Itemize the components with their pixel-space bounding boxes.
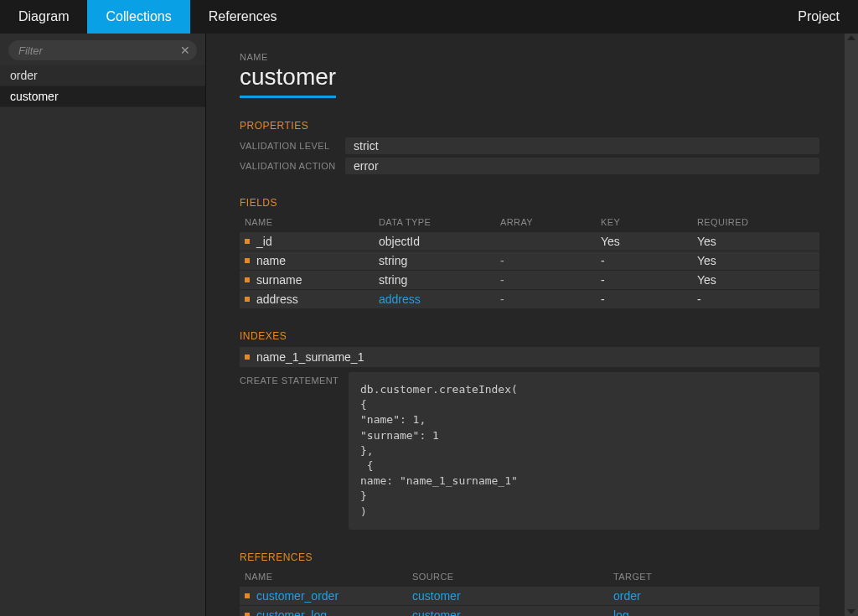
sidebar-list: ordercustomer bbox=[0, 65, 205, 107]
collection-title: customer bbox=[240, 64, 336, 98]
properties-list: VALIDATION LEVELstrictVALIDATION ACTIONe… bbox=[240, 137, 819, 175]
tab-diagram[interactable]: Diagram bbox=[0, 0, 87, 34]
property-label: VALIDATION ACTION bbox=[240, 161, 345, 171]
scrollbar[interactable] bbox=[845, 34, 858, 616]
property-value: strict bbox=[345, 137, 819, 154]
filter-field[interactable]: ✕ bbox=[8, 40, 197, 60]
property-label: VALIDATION LEVEL bbox=[240, 141, 345, 151]
field-datatype[interactable]: address bbox=[379, 292, 500, 306]
reference-row[interactable]: customer_logcustomerlog bbox=[240, 606, 819, 616]
field-name: name bbox=[256, 254, 286, 267]
tab-collections[interactable]: Collections bbox=[87, 0, 189, 34]
bullet-icon bbox=[245, 277, 250, 282]
fields-table: NAME DATA TYPE ARRAY KEY REQUIRED _idobj… bbox=[240, 214, 819, 308]
field-array: - bbox=[500, 254, 601, 267]
detail-panel: NAME customer PROPERTIES VALIDATION LEVE… bbox=[206, 34, 845, 616]
fields-col-array: ARRAY bbox=[500, 217, 601, 227]
sidebar: ✕ ordercustomer bbox=[0, 34, 206, 616]
property-value: error bbox=[345, 158, 819, 174]
bullet-icon bbox=[245, 297, 250, 302]
reference-target[interactable]: order bbox=[613, 589, 819, 603]
field-row[interactable]: namestring--Yes bbox=[240, 251, 819, 270]
bullet-icon bbox=[245, 593, 250, 598]
clear-icon[interactable]: ✕ bbox=[180, 44, 190, 56]
field-required: - bbox=[697, 292, 819, 306]
reference-source[interactable]: customer bbox=[412, 589, 613, 603]
fields-col-name: NAME bbox=[245, 217, 379, 227]
create-statement-code: db.customer.createIndex( { "name": 1, "s… bbox=[349, 372, 819, 530]
field-datatype: string bbox=[379, 254, 500, 267]
field-name: _id bbox=[256, 235, 272, 248]
reference-name[interactable]: customer_log bbox=[256, 608, 327, 616]
property-row: VALIDATION LEVELstrict bbox=[240, 137, 819, 155]
refs-col-name: NAME bbox=[245, 572, 412, 582]
filter-input[interactable] bbox=[18, 44, 173, 57]
references-table: NAME SOURCE TARGET customer_ordercustome… bbox=[240, 568, 819, 616]
field-name: surname bbox=[256, 273, 302, 287]
bullet-icon bbox=[245, 613, 250, 616]
field-key: - bbox=[601, 254, 697, 267]
create-statement-label: CREATE STATEMENT bbox=[240, 372, 349, 530]
field-key: - bbox=[601, 273, 697, 287]
fields-col-datatype: DATA TYPE bbox=[379, 217, 500, 227]
refs-col-source: SOURCE bbox=[412, 572, 613, 582]
reference-source[interactable]: customer bbox=[412, 608, 613, 616]
tab-references[interactable]: References bbox=[190, 0, 296, 34]
reference-target[interactable]: log bbox=[613, 608, 819, 616]
section-indexes: INDEXES bbox=[240, 330, 819, 342]
field-array: - bbox=[500, 292, 601, 306]
field-name: address bbox=[256, 292, 298, 306]
scroll-up-icon[interactable] bbox=[847, 35, 855, 40]
fields-col-required: REQUIRED bbox=[697, 217, 819, 227]
section-properties: PROPERTIES bbox=[240, 120, 819, 132]
field-key: Yes bbox=[601, 235, 697, 248]
bullet-icon bbox=[245, 258, 250, 263]
tabbar-spacer bbox=[296, 0, 780, 34]
tab-project[interactable]: Project bbox=[779, 0, 858, 34]
sidebar-item[interactable]: order bbox=[0, 65, 205, 86]
scroll-down-icon[interactable] bbox=[847, 609, 855, 614]
field-row[interactable]: addressaddress--- bbox=[240, 290, 819, 308]
field-key: - bbox=[601, 292, 697, 306]
section-fields: FIELDS bbox=[240, 197, 819, 209]
field-row[interactable]: _idobjectIdYesYes bbox=[240, 232, 819, 251]
field-datatype: objectId bbox=[379, 235, 500, 248]
index-row[interactable]: name_1_surname_1 bbox=[240, 347, 819, 367]
name-heading: NAME bbox=[240, 52, 819, 62]
reference-row[interactable]: customer_ordercustomerorder bbox=[240, 587, 819, 605]
field-row[interactable]: surnamestring--Yes bbox=[240, 271, 819, 289]
field-required: Yes bbox=[697, 254, 819, 267]
field-datatype: string bbox=[379, 273, 500, 287]
top-tabbar: Diagram Collections References Project bbox=[0, 0, 858, 34]
section-references: REFERENCES bbox=[240, 551, 819, 563]
field-required: Yes bbox=[697, 235, 819, 248]
index-name: name_1_surname_1 bbox=[256, 350, 364, 364]
reference-name[interactable]: customer_order bbox=[256, 589, 339, 603]
bullet-icon bbox=[245, 239, 250, 244]
refs-col-target: TARGET bbox=[613, 572, 819, 582]
field-required: Yes bbox=[697, 273, 819, 287]
field-array: - bbox=[500, 273, 601, 287]
bullet-icon bbox=[245, 355, 250, 360]
property-row: VALIDATION ACTIONerror bbox=[240, 157, 819, 175]
fields-col-key: KEY bbox=[601, 217, 697, 227]
sidebar-item[interactable]: customer bbox=[0, 86, 205, 107]
